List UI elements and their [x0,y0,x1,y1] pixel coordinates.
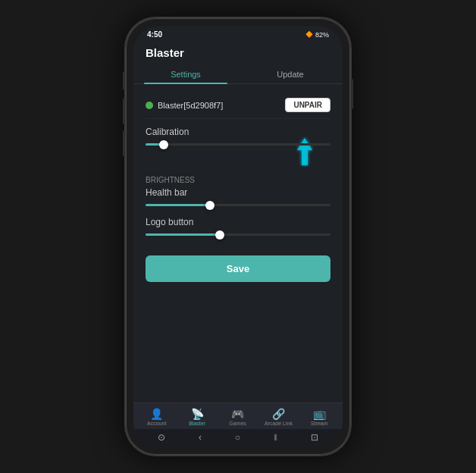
health-bar-slider-thumb[interactable] [205,201,215,210]
logo-button-section: Logo button [146,217,330,236]
device-row: Blaster[5d2908f7] UNPAIR [146,92,330,119]
tab-update[interactable]: Update [238,65,343,83]
calibration-slider-track[interactable] [146,143,330,146]
volume-down-button [123,130,125,157]
tab-settings[interactable]: Settings [133,65,238,83]
save-button[interactable]: Save [146,255,330,282]
app-content: Blaster Settings Update Blaster[5d2908f7… [133,40,343,447]
device-status-dot [146,102,153,109]
volume-mute-button [123,71,125,90]
nav-item-blaster[interactable]: 📡 Blaster [183,408,211,426]
system-nav-extra2[interactable]: ⊡ [311,432,318,443]
health-bar-subsection: Health bar [146,187,330,206]
stream-icon: 📺 [313,408,326,420]
unpair-button[interactable]: UNPAIR [285,98,330,112]
nav-label-arcade-link: Arcade Link [265,421,293,426]
brightness-section-label: BRIGHTNESS [146,176,330,184]
logo-button-label: Logo button [146,217,330,227]
nav-label-blaster: Blaster [189,421,205,426]
blaster-icon: 📡 [191,408,204,420]
logo-button-slider-track[interactable] [146,233,330,236]
nav-label-stream: Stream [311,421,328,426]
status-time: 4:50 [147,30,162,39]
device-name: Blaster[5d2908f7] [158,101,223,110]
battery-text: 82% [315,31,329,39]
arrow-annotation [146,136,330,167]
calibration-slider-thumb[interactable] [159,140,168,149]
nav-item-account[interactable]: 👤 Account [143,408,171,426]
nav-label-account: Account [147,421,166,426]
arcade-link-icon: 🔗 [272,408,285,420]
system-nav-home[interactable]: ○ [235,432,240,443]
system-nav-extras[interactable]: ⊙ [158,432,165,443]
svg-marker-0 [297,138,312,165]
health-bar-slider-fill [146,204,210,206]
app-title: Blaster [146,46,184,59]
system-nav-back[interactable]: ‹ [199,432,202,443]
nav-label-games: Games [229,421,246,426]
account-icon: 👤 [150,408,163,420]
games-icon: 🎮 [231,408,244,420]
calibration-label: Calibration [146,127,330,137]
nav-item-arcade-link[interactable]: 🔗 Arcade Link [265,408,293,426]
health-bar-slider-track[interactable] [146,204,330,206]
brightness-section: BRIGHTNESS Health bar [146,176,330,206]
app-header: Blaster [133,40,343,59]
status-icons: 🔶 82% [305,31,329,39]
nav-item-stream[interactable]: 📺 Stream [305,408,333,426]
system-nav-bar: ⊙ ‹ ○ ⦀ ⊡ [133,429,343,447]
health-bar-label: Health bar [146,187,330,198]
power-button [351,79,353,109]
volume-up-button [123,98,125,124]
phone-screen: 4:50 🔶 82% Blaster Settings Update [133,26,343,447]
nav-item-games[interactable]: 🎮 Games [224,408,252,426]
logo-button-slider-fill [146,233,220,236]
wifi-icon: 🔶 [305,31,313,38]
logo-button-slider-thumb[interactable] [215,230,224,240]
bottom-nav: 👤 Account 📡 Blaster 🎮 Games 🔗 Arcade Lin… [133,403,343,429]
device-info: Blaster[5d2908f7] [146,101,223,110]
system-nav-recents[interactable]: ⦀ [274,432,277,443]
up-arrow-icon [294,136,315,167]
phone-frame: 4:50 🔶 82% Blaster Settings Update [124,17,352,456]
tab-bar: Settings Update [133,65,343,84]
content-area: Blaster[5d2908f7] UNPAIR Calibration [133,84,343,403]
status-bar: 4:50 🔶 82% [133,26,343,40]
